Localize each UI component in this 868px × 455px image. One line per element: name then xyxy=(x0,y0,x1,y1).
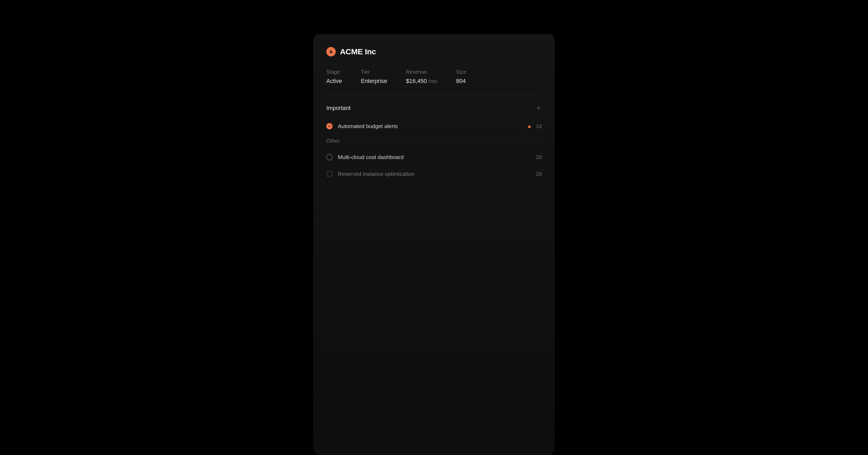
section-title: Important xyxy=(326,105,351,112)
item-time: 2d xyxy=(536,154,542,160)
status-icon xyxy=(326,154,333,160)
stats-row: Stage Active Tier Enterprise Revenue $16… xyxy=(326,69,542,85)
card-header: ACME Inc xyxy=(326,47,542,56)
stat-value: 804 xyxy=(456,78,466,85)
item-meta: 1d xyxy=(528,123,542,130)
list-item[interactable]: Reserved instance optimization 2d xyxy=(326,169,542,179)
status-icon xyxy=(326,123,333,130)
item-title: Reserved instance optimization xyxy=(338,171,536,177)
priority-up-icon xyxy=(528,125,531,128)
divider xyxy=(345,141,542,141)
item-time: 1d xyxy=(536,123,542,130)
stat-value: $16,450 /mo xyxy=(406,78,437,85)
stat-label: Revenue xyxy=(406,69,437,75)
company-name: ACME Inc xyxy=(340,47,376,56)
status-icon xyxy=(326,171,333,177)
stat-label: Size xyxy=(456,69,466,75)
stat-value: Active xyxy=(326,78,342,85)
add-button[interactable]: + xyxy=(535,105,542,111)
subsection-title: Other xyxy=(326,138,340,144)
stat-tier: Tier Enterprise xyxy=(361,69,387,85)
stat-label: Tier xyxy=(361,69,387,75)
list-item[interactable]: Automated budget alerts 1d xyxy=(326,121,542,132)
item-meta: 2d xyxy=(536,154,542,160)
section-header-important: Important + xyxy=(326,105,542,112)
company-card: ACME Inc Stage Active Tier Enterprise Re… xyxy=(313,34,555,455)
list-item[interactable]: Multi-cloud cost dashboard 2d xyxy=(326,152,542,163)
subsection-header-other: Other xyxy=(326,138,542,144)
item-time: 2d xyxy=(536,171,542,177)
company-logo-icon xyxy=(326,47,336,56)
item-title: Multi-cloud cost dashboard xyxy=(338,154,536,160)
stat-label: Stage xyxy=(326,69,342,75)
item-meta: 2d xyxy=(536,171,542,177)
stat-stage: Stage Active xyxy=(326,69,342,85)
stat-value: Enterprise xyxy=(361,78,387,85)
item-title: Automated budget alerts xyxy=(338,123,528,130)
stat-revenue: Revenue $16,450 /mo xyxy=(406,69,437,85)
stat-size: Size 804 xyxy=(456,69,466,85)
